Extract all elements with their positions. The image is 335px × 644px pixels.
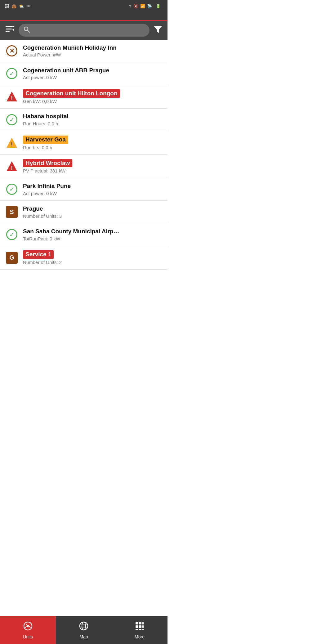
svg-marker-6 — [154, 26, 162, 33]
list-item[interactable]: ! Harvester Goa Run hrs: 0,0 h — [0, 131, 168, 155]
list-item[interactable]: ✓ San Saba County Municipal Airp… TotRun… — [0, 223, 168, 246]
warning-red-icon: ! — [5, 90, 19, 103]
unit-name: Habana hospital — [23, 113, 69, 120]
unit-sub: Act power: 0 kW — [23, 75, 163, 80]
toolbar — [0, 21, 168, 40]
unit-sub: Number of Units: 3 — [23, 213, 163, 219]
unit-info: Habana hospital Run Hours: 0,0 h — [23, 113, 163, 126]
unit-info: Cogeneration Munich Holiday Inn Actual P… — [23, 44, 163, 58]
unit-name: Cogeneration unit ABB Prague — [23, 67, 109, 74]
unit-info: Prague Number of Units: 3 — [23, 205, 163, 219]
unit-info: Hybrid Wroclaw PV P actual: 381 kW — [23, 159, 163, 174]
unit-name: San Saba County Municipal Airp… — [23, 228, 119, 235]
list-item[interactable]: G Service 1 Number of Units: 2 — [0, 246, 168, 270]
unit-sub: Run hrs: 0,0 h — [23, 145, 163, 150]
bluetooth-icon: ▿ — [129, 4, 132, 8]
image-icon: 🖼 — [5, 4, 9, 8]
unit-info: Cogeneration unit ABB Prague Act power: … — [23, 67, 163, 80]
list-item[interactable]: ✓ Park Infinia Pune Act power: 0 kW — [0, 178, 168, 201]
unit-name: Cogeneration Munich Holiday Inn — [23, 44, 117, 51]
unit-info: San Saba County Municipal Airp… TotRunPa… — [23, 228, 163, 241]
header — [0, 12, 168, 21]
more-icon: ••• — [26, 4, 31, 8]
battery-icon: 🔋 — [156, 4, 161, 8]
svg-rect-2 — [6, 31, 10, 32]
status-left: 🖼 👜 ⛅ ••• — [5, 4, 31, 8]
unit-name: Service 1 — [23, 250, 54, 259]
filter-button[interactable] — [153, 25, 163, 36]
unit-sub: PV P actual: 381 kW — [23, 168, 163, 173]
svg-text:!: ! — [11, 165, 13, 171]
unit-name: Park Infinia Pune — [23, 183, 71, 190]
search-bar — [19, 24, 150, 37]
search-icon — [24, 26, 30, 34]
wifi-icon: 📶 — [140, 4, 145, 8]
unit-list: ✕ Cogeneration Munich Holiday Inn Actual… — [0, 40, 168, 270]
list-item[interactable]: ✕ Cogeneration Munich Holiday Inn Actual… — [0, 40, 168, 62]
weather-icon: ⛅ — [19, 4, 24, 8]
unit-sub: Gen kW: 0,0 kW — [23, 99, 163, 104]
unit-name: Cogeneration unit Hilton Longon — [23, 89, 120, 98]
list-item[interactable]: ✓ Habana hospital Run Hours: 0,0 h — [0, 109, 168, 131]
warning-red-icon: ! — [5, 159, 19, 173]
unit-sub: Run Hours: 0,0 h — [23, 121, 163, 126]
signal-icon: 📡 — [147, 4, 152, 8]
svg-rect-0 — [6, 26, 14, 27]
svg-text:!: ! — [11, 141, 13, 148]
status-bar: 🖼 👜 ⛅ ••• ▿ 🔇 📶 📡 🔋 — [0, 0, 168, 12]
svg-text:!: ! — [11, 95, 13, 101]
unit-sub: Number of Units: 2 — [23, 260, 163, 265]
unit-info: Service 1 Number of Units: 2 — [23, 250, 163, 265]
bag-icon: 👜 — [11, 4, 16, 8]
check-circle-icon: ✓ — [5, 67, 19, 80]
status-right: ▿ 🔇 📶 📡 🔋 — [129, 4, 163, 8]
unit-info: Harvester Goa Run hrs: 0,0 h — [23, 136, 163, 150]
svg-line-5 — [28, 30, 29, 32]
svg-rect-1 — [6, 29, 12, 29]
list-item[interactable]: S Prague Number of Units: 3 — [0, 201, 168, 223]
svg-marker-3 — [12, 29, 14, 31]
search-input[interactable] — [33, 27, 145, 34]
folder-s-icon: S — [5, 205, 19, 219]
list-item[interactable]: ✓ Cogeneration unit ABB Prague Act power… — [0, 62, 168, 85]
list-item[interactable]: ! Cogeneration unit Hilton Longon Gen kW… — [0, 85, 168, 109]
check-circle-icon: ✓ — [5, 113, 19, 127]
unit-info: Park Infinia Pune Act power: 0 kW — [23, 183, 163, 196]
unit-sub: Actual Power: ### — [23, 52, 163, 57]
mute-icon: 🔇 — [133, 4, 138, 8]
unit-name: Harvester Goa — [23, 136, 68, 144]
unit-info: Cogeneration unit Hilton Longon Gen kW: … — [23, 89, 163, 104]
folder-g-icon: G — [5, 251, 19, 265]
list-item[interactable]: ! Hybrid Wroclaw PV P actual: 381 kW — [0, 155, 168, 178]
unit-sub: Act power: 0 kW — [23, 191, 163, 196]
check-circle-icon: ✓ — [5, 228, 19, 241]
unit-sub: TotRunPact: 0 kW — [23, 236, 163, 241]
unit-name: Prague — [23, 205, 43, 212]
check-circle-icon: ✓ — [5, 182, 19, 196]
warning-yellow-icon: ! — [5, 136, 19, 150]
unit-name: Hybrid Wroclaw — [23, 159, 72, 168]
sort-button[interactable] — [4, 25, 16, 36]
error-circle-icon: ✕ — [5, 44, 19, 58]
